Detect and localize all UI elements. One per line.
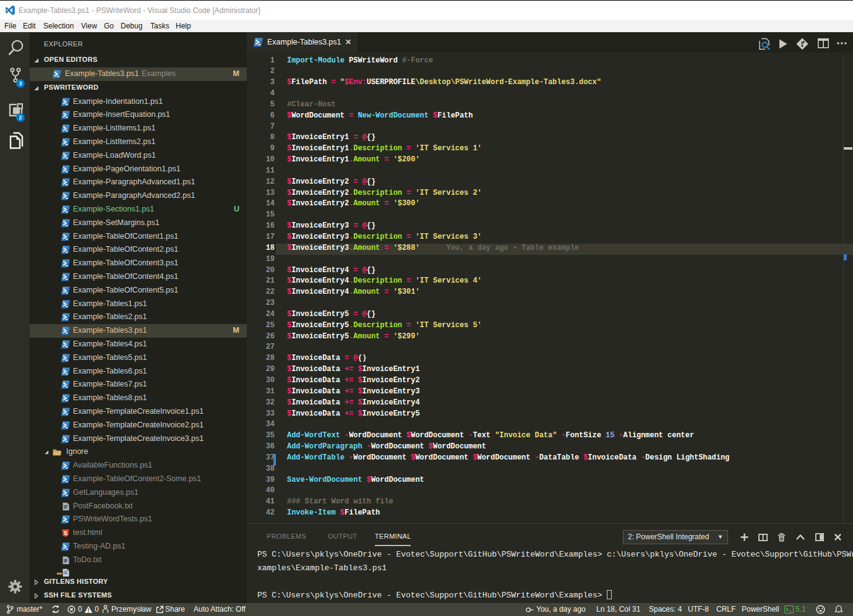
- svg-text:5: 5: [64, 530, 67, 536]
